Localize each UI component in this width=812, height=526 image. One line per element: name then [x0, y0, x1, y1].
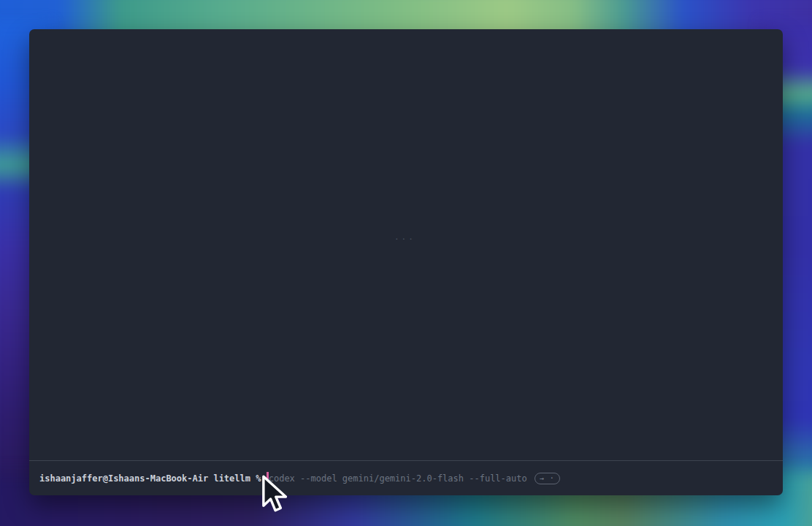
prompt-space: [250, 473, 256, 484]
terminal-prompt-row[interactable]: ishaanjaffer@Ishaans-MacBook-Air litellm…: [29, 460, 783, 495]
autocomplete-hint-badge: → ·: [535, 473, 560, 484]
loading-dots: ···: [394, 235, 415, 244]
prompt-symbol: %: [256, 473, 261, 484]
terminal-output-area[interactable]: ···: [29, 29, 783, 460]
terminal-window[interactable]: ··· ishaanjaffer@Ishaans-MacBook-Air lit…: [29, 29, 783, 495]
prompt-user-host: ishaanjaffer@Ishaans-MacBook-Air: [39, 473, 208, 484]
prompt-directory: litellm: [213, 473, 250, 484]
mouse-pointer-icon: [261, 474, 289, 517]
command-autosuggestion: codex --model gemini/gemini-2.0-flash --…: [269, 473, 527, 484]
prompt-space: [208, 473, 213, 484]
